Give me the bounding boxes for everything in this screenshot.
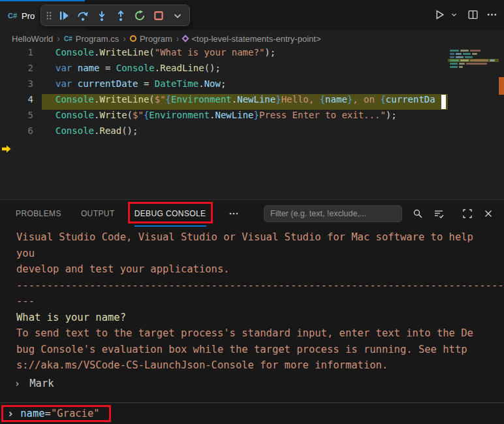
debug-restart-button[interactable] <box>131 7 148 24</box>
tab-label: DEBUG CONSOLE <box>134 209 206 218</box>
breadcrumb-separator: › <box>57 33 60 44</box>
line-number[interactable]: 2 <box>0 63 42 78</box>
line-number[interactable]: 4 <box>0 94 42 110</box>
code-line[interactable]: var name = Console.ReadLine(); <box>42 63 448 78</box>
bottom-panel: PROBLEMS OUTPUT DEBUG CONSOLE <box>0 199 504 424</box>
console-output-line: Visual Studio Code, Visual Studio or Vis… <box>16 231 504 248</box>
minimap-mark <box>490 59 495 61</box>
minimap-line <box>450 50 499 52</box>
minimap-mark <box>450 63 458 65</box>
code-line-current[interactable]: Console.WriteLine($"{Environment.NewLine… <box>42 94 448 110</box>
line-number[interactable]: 3 <box>0 78 42 94</box>
chevron-right-icon: › <box>16 377 20 390</box>
tab-output[interactable]: OUTPUT <box>81 200 115 227</box>
run-icon <box>432 7 447 22</box>
symbol-class-icon <box>130 35 136 42</box>
console-output-line: s://aka.ms/VSCode-CS-LaunchJson-Console … <box>16 359 504 376</box>
console-echo-text: Mark <box>29 378 54 389</box>
minimap-mark <box>465 56 473 58</box>
minimap-mark <box>450 50 459 52</box>
overview-ruler[interactable] <box>499 47 504 199</box>
code-line[interactable]: var currentDate = DateTime.Now; <box>42 78 448 94</box>
breadcrumb-separator: › <box>176 33 180 44</box>
code-line[interactable]: Console.Read(); <box>42 125 448 141</box>
console-output-line: ----------------------------------------… <box>16 280 504 296</box>
line-number[interactable]: 6 <box>0 125 42 141</box>
panel-header: PROBLEMS OUTPUT DEBUG CONSOLE <box>0 200 504 227</box>
debug-stop-button[interactable] <box>150 7 167 24</box>
console-filter-input[interactable] <box>264 205 402 222</box>
breadcrumb-item-entry-point[interactable]: <top-level-statements-entry-point> <box>183 34 321 44</box>
debug-current-line-arrow-icon <box>1 141 13 157</box>
console-output-line: --- <box>16 295 504 312</box>
breadcrumb-item-program[interactable]: Program <box>130 34 172 44</box>
run-or-debug-button[interactable] <box>432 7 461 22</box>
search-icon[interactable] <box>410 206 426 221</box>
debug-continue-button[interactable] <box>55 7 72 24</box>
panel-actions <box>410 206 496 221</box>
minimap-mark <box>460 50 469 52</box>
minimap-mark <box>456 56 464 58</box>
breadcrumb: HelloWorld › C# Program.cs › Program › <… <box>0 30 504 47</box>
breadcrumb-label: <top-level-statements-entry-point> <box>191 34 321 44</box>
debug-console-input-row: › name="Gracie" <box>0 402 504 424</box>
line-number[interactable]: 5 <box>0 110 42 125</box>
minimap-mark <box>470 50 480 52</box>
minimap-mark <box>460 59 469 61</box>
line-number[interactable]: 1 <box>0 47 42 63</box>
symbol-method-icon <box>182 35 189 42</box>
minimap-mark <box>472 53 477 55</box>
breadcrumb-label: Program.cs <box>76 34 119 44</box>
chevron-right-icon: › <box>7 407 14 420</box>
minimap-line <box>450 63 499 65</box>
debug-console-output: Visual Studio Code, Visual Studio or Vis… <box>0 227 504 402</box>
code-line[interactable]: Console.WriteLine("What is your name?"); <box>42 47 448 63</box>
console-output-line: To send text to the target process's sta… <box>16 327 504 344</box>
debug-step-into-button[interactable] <box>93 7 110 24</box>
console-output-line: What is your name? <box>16 312 504 328</box>
tab-problems[interactable]: PROBLEMS <box>16 200 61 227</box>
more-actions-button[interactable] <box>484 7 499 22</box>
code-line[interactable]: Console.Write($"{Environment.NewLine}Pre… <box>42 110 448 125</box>
minimap-line <box>450 53 499 55</box>
editor-tab-label: Pro <box>22 11 35 21</box>
debug-session-dropdown[interactable] <box>168 7 186 24</box>
title-bar: C# Pro <box>0 0 504 30</box>
minimap-mark <box>459 66 463 68</box>
tab-debug-console[interactable]: DEBUG CONSOLE <box>134 200 206 227</box>
minimap-mark <box>450 53 454 55</box>
breadcrumb-label: HelloWorld <box>12 34 53 44</box>
console-output-line: bug Console's evaluation box while the t… <box>16 344 504 360</box>
minimap-mark <box>450 59 459 61</box>
minimap-mark <box>466 63 487 65</box>
breadcrumb-item-helloworld[interactable]: HelloWorld <box>12 34 53 44</box>
minimap[interactable] <box>448 47 499 199</box>
minimap-mark <box>450 56 454 58</box>
overview-ruler-current-line-marker <box>499 77 504 95</box>
maximize-panel-icon[interactable] <box>460 206 475 221</box>
vscode-window: C# Pro <box>0 0 504 424</box>
debug-toolbar <box>40 5 190 26</box>
filter-options-icon[interactable] <box>431 206 447 221</box>
split-editor-button[interactable] <box>465 7 480 22</box>
minimap-mark <box>450 66 458 68</box>
breadcrumb-separator: › <box>123 33 126 44</box>
chevron-down-icon <box>447 7 461 22</box>
more-panel-views-button[interactable] <box>226 206 242 221</box>
breadcrumb-item-program-cs[interactable]: C# Program.cs <box>64 34 119 44</box>
tab-label: OUTPUT <box>81 209 115 218</box>
debug-console-input[interactable]: name="Gracie" <box>20 408 99 419</box>
minimap-mark <box>459 63 465 65</box>
close-panel-icon[interactable] <box>480 206 496 221</box>
minimap-mark <box>463 53 471 55</box>
minimap-line <box>450 56 499 58</box>
debug-step-out-button[interactable] <box>112 7 129 24</box>
toolbar-drag-handle[interactable] <box>44 7 54 24</box>
minimap-mark <box>470 59 488 61</box>
console-output-line: develop and test your applications. <box>16 263 504 280</box>
editor-text-area: Console.WriteLine("What is your name?");… <box>42 47 448 199</box>
editor-gutter: 1 2 3 4 5 6 <box>0 47 42 199</box>
debug-step-over-button[interactable] <box>74 7 91 24</box>
tab-label: PROBLEMS <box>16 209 61 218</box>
console-output-line: you <box>16 248 504 264</box>
